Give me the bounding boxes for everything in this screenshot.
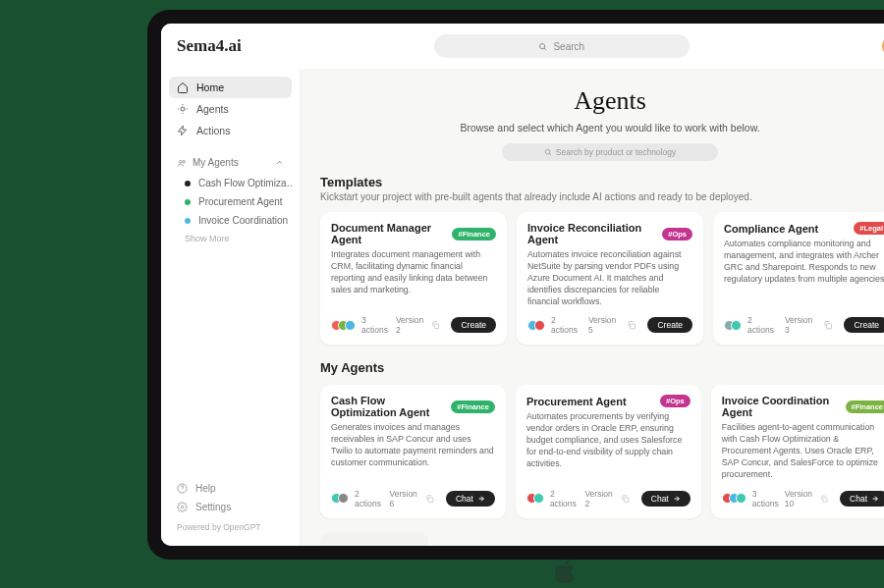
search-placeholder: Search <box>553 41 584 52</box>
agent-card[interactable]: Cash Flow Optimization Agent #Finance Ge… <box>320 385 506 517</box>
svg-rect-17 <box>823 498 827 502</box>
integration-icon <box>731 320 742 331</box>
card-title: Procurement Agent <box>526 396 627 407</box>
agent-card[interactable]: Compliance Agent #Legal Automates compli… <box>713 212 884 345</box>
create-button[interactable]: Create <box>451 317 496 333</box>
card-description: Facilities agent-to-agent communication … <box>722 422 884 480</box>
copy-icon[interactable] <box>425 494 434 504</box>
copy-icon[interactable] <box>431 320 439 330</box>
search-icon <box>538 42 547 51</box>
copy-icon[interactable] <box>820 494 828 504</box>
status-dot <box>185 199 191 205</box>
add-agent-card[interactable]: + <box>320 532 428 546</box>
integration-icon <box>736 493 746 504</box>
status-dot <box>185 181 191 187</box>
nav-label: Settings <box>195 502 231 512</box>
chat-button[interactable]: Chat <box>840 491 884 507</box>
nav-actions[interactable]: Actions <box>169 120 292 141</box>
version-label: Version 5 <box>588 315 621 335</box>
svg-point-2 <box>181 107 185 111</box>
copy-icon[interactable] <box>621 494 630 504</box>
integration-icons <box>526 493 544 504</box>
arrow-right-icon <box>673 495 681 503</box>
agent-search[interactable]: Search by product or technology <box>502 143 718 161</box>
svg-rect-15 <box>624 498 629 503</box>
gear-icon <box>177 502 188 512</box>
page-subtitle: Browse and select which Agent you would … <box>320 122 884 134</box>
svg-line-9 <box>549 153 551 155</box>
copy-icon[interactable] <box>823 320 832 330</box>
nav-label: Agents <box>196 103 229 115</box>
nav-label: Actions <box>196 125 230 136</box>
agent-card[interactable]: Invoice Coordination Agent #Finance Faci… <box>711 385 884 517</box>
brand-logo: Sema4.ai <box>177 36 242 56</box>
chat-button[interactable]: Chat <box>641 491 691 507</box>
card-description: Automates compliance monitoring and mana… <box>724 239 884 307</box>
version-label: Version 10 <box>785 489 815 508</box>
integration-icon <box>533 493 544 504</box>
actions-count: 2 actions <box>550 489 580 508</box>
svg-point-8 <box>545 149 550 154</box>
body: Home Agents Actions My Agents Cash Flow … <box>161 69 884 546</box>
version-label: Version 3 <box>785 315 817 335</box>
search-icon <box>544 148 552 156</box>
apple-logo <box>555 560 575 587</box>
sidebar-sub-item[interactable]: Cash Flow Optimiza… <box>169 174 292 192</box>
svg-point-0 <box>540 43 545 48</box>
nav-settings[interactable]: Settings <box>169 498 292 516</box>
sidebar: Home Agents Actions My Agents Cash Flow … <box>161 69 301 546</box>
integration-icon <box>534 320 545 331</box>
section-label: My Agents <box>193 157 239 168</box>
chevron-up-icon <box>275 158 284 167</box>
agent-card[interactable]: Invoice Reconciliation Agent #Ops Automa… <box>517 212 703 345</box>
global-search[interactable]: Search <box>434 34 690 58</box>
group-icon <box>177 158 187 168</box>
category-badge: #Legal <box>854 222 884 235</box>
actions-count: 2 actions <box>747 315 779 335</box>
category-badge: #Finance <box>846 401 885 413</box>
sidebar-sub-item[interactable]: Procurement Agent <box>169 192 292 211</box>
svg-line-1 <box>544 48 546 50</box>
arrow-right-icon <box>871 495 879 503</box>
app-screen: Sema4.ai Search Home Agents Actions <box>161 24 884 546</box>
nav-help[interactable]: Help <box>169 479 292 498</box>
topbar: Sema4.ai Search <box>161 24 884 69</box>
integration-icon <box>338 493 349 504</box>
create-button[interactable]: Create <box>844 317 884 333</box>
svg-point-3 <box>180 160 183 163</box>
nav-agents[interactable]: Agents <box>169 98 292 120</box>
svg-rect-10 <box>434 324 439 329</box>
agent-card[interactable]: Procurement Agent #Ops Automates procure… <box>516 385 701 517</box>
sub-item-label: Invoice Coordination … <box>198 215 292 226</box>
my-agents-grid: Cash Flow Optimization Agent #Finance Ge… <box>320 385 884 517</box>
nav-label: Home <box>196 81 224 93</box>
home-icon <box>177 81 189 93</box>
svg-rect-13 <box>428 498 433 503</box>
agent-card[interactable]: Document Manager Agent #Finance Integrat… <box>320 212 507 345</box>
main-content: Agents Browse and select which Agent you… <box>301 69 884 546</box>
powered-by: Powered by OpenGPT <box>169 516 292 538</box>
card-title: Compliance Agent <box>724 223 818 235</box>
integration-icons <box>724 320 742 331</box>
copy-icon[interactable] <box>627 320 635 330</box>
category-badge: #Ops <box>662 228 692 241</box>
svg-point-4 <box>183 160 186 163</box>
monitor-frame: Sema4.ai Search Home Agents Actions <box>147 10 884 560</box>
agents-icon <box>177 103 189 115</box>
integration-icons <box>331 320 356 331</box>
templates-heading: Templates <box>320 175 884 189</box>
sidebar-sub-item[interactable]: Invoice Coordination … <box>169 211 292 230</box>
create-button[interactable]: Create <box>647 317 692 333</box>
actions-count: 3 actions <box>361 315 390 335</box>
integration-icons <box>722 493 746 504</box>
chat-button[interactable]: Chat <box>446 491 495 507</box>
category-badge: #Finance <box>451 401 495 413</box>
sidebar-section-my-agents[interactable]: My Agents <box>169 151 292 174</box>
nav-label: Help <box>195 483 216 494</box>
templates-subtitle: Kickstart your project with pre-built ag… <box>320 191 884 202</box>
actions-count: 2 actions <box>355 489 384 508</box>
arrow-right-icon <box>477 495 485 503</box>
show-more-link[interactable]: Show More <box>169 230 292 247</box>
card-description: Generates invoices and manages receivabl… <box>331 422 495 480</box>
nav-home[interactable]: Home <box>169 77 292 98</box>
